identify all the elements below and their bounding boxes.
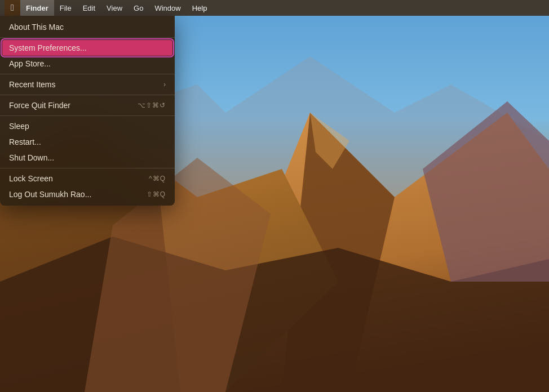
menu-item-system-preferences[interactable]: System Preferences... — [2, 40, 172, 56]
force-quit-shortcut: ⌥⇧⌘↺ — [138, 101, 166, 109]
separator-5 — [0, 168, 175, 168]
menu-item-shutdown[interactable]: Shut Down... — [0, 150, 175, 166]
menu-item-lock-screen[interactable]: Lock Screen ^⌘Q — [0, 171, 175, 186]
recent-items-arrow-icon: › — [163, 81, 166, 88]
menu-item-about[interactable]: About This Mac — [0, 19, 175, 35]
menubar:  Finder File Edit View Go Window Help — [0, 0, 549, 16]
separator-4 — [0, 115, 175, 116]
menu-item-recent-items[interactable]: Recent Items › — [0, 77, 175, 92]
menu-item-force-quit[interactable]: Force Quit Finder ⌥⇧⌘↺ — [0, 97, 175, 113]
menu-item-restart-label: Restart... — [9, 137, 41, 146]
lock-screen-shortcut: ^⌘Q — [149, 175, 166, 182]
menubar-window[interactable]: Window — [149, 0, 186, 16]
apple-menu-button[interactable]:  — [5, 0, 20, 16]
menu-item-restart[interactable]: Restart... — [0, 134, 175, 150]
menu-item-logout-label: Log Out Sumukh Rao... — [9, 190, 91, 199]
separator-3 — [0, 95, 175, 95]
logout-shortcut: ⇧⌘Q — [147, 190, 166, 198]
menu-item-app-store-label: App Store... — [9, 59, 51, 68]
menubar-edit[interactable]: Edit — [77, 0, 101, 16]
menu-item-system-preferences-label: System Preferences... — [9, 43, 87, 52]
menu-item-logout[interactable]: Log Out Sumukh Rao... ⇧⌘Q — [0, 186, 175, 202]
menu-item-about-label: About This Mac — [9, 23, 64, 32]
menu-item-sleep[interactable]: Sleep — [0, 118, 175, 134]
separator-1 — [0, 37, 175, 38]
apple-dropdown-menu: About This Mac System Preferences... App… — [0, 16, 175, 206]
menubar-file[interactable]: File — [54, 0, 77, 16]
menubar-view[interactable]: View — [101, 0, 128, 16]
menu-item-force-quit-label: Force Quit Finder — [9, 101, 70, 110]
menubar-help[interactable]: Help — [187, 0, 213, 16]
menu-item-recent-items-label: Recent Items — [9, 80, 55, 89]
menubar-finder[interactable]: Finder — [20, 0, 54, 16]
apple-icon:  — [11, 3, 14, 13]
menu-item-app-store[interactable]: App Store... — [0, 56, 175, 72]
menu-item-lock-screen-label: Lock Screen — [9, 174, 53, 183]
separator-2 — [0, 74, 175, 74]
menu-item-shutdown-label: Shut Down... — [9, 153, 54, 162]
menu-item-sleep-label: Sleep — [9, 122, 29, 131]
menubar-go[interactable]: Go — [128, 0, 149, 16]
